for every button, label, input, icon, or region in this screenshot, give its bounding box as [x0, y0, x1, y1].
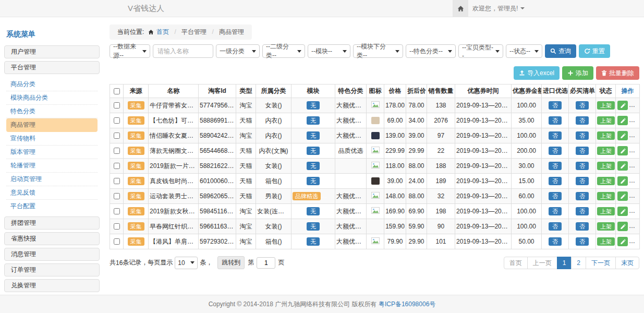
row-checkbox[interactable] — [114, 193, 120, 199]
row-checkbox[interactable] — [114, 223, 120, 230]
row-checkbox[interactable] — [114, 163, 120, 169]
brand-title[interactable]: V省钱达人 — [128, 0, 164, 17]
must-buy-toggle[interactable]: 否 — [576, 237, 589, 246]
module-badge[interactable]: 无 — [307, 177, 320, 185]
imported-toggle[interactable]: 否 — [549, 237, 562, 246]
name-search-input[interactable] — [153, 44, 213, 58]
row-checkbox[interactable] — [114, 117, 120, 124]
imported-toggle[interactable]: 否 — [549, 192, 562, 200]
module-badge[interactable]: 无 — [307, 207, 320, 215]
edit-button[interactable] — [617, 146, 628, 155]
must-buy-toggle[interactable]: 否 — [576, 222, 589, 231]
row-checkbox[interactable] — [114, 148, 120, 154]
edit-button[interactable] — [617, 222, 628, 231]
edit-button[interactable] — [617, 116, 628, 125]
imported-toggle[interactable]: 否 — [549, 177, 562, 185]
edit-button[interactable] — [617, 207, 628, 216]
module-badge[interactable]: 无 — [307, 101, 320, 110]
imported-toggle[interactable]: 否 — [549, 207, 562, 215]
status-toggle[interactable]: 上架 — [597, 131, 615, 140]
must-buy-toggle[interactable]: 否 — [576, 131, 589, 140]
module-badge[interactable]: 无 — [307, 222, 320, 231]
batch-delete-button[interactable]: 批量删除 — [596, 66, 639, 80]
must-buy-toggle[interactable]: 否 — [576, 207, 589, 215]
sidebar-group-order[interactable]: 订单管理 — [4, 263, 100, 276]
row-checkbox[interactable] — [114, 133, 120, 139]
breadcrumb-home-link[interactable]: 首页 — [156, 28, 169, 35]
pager-first[interactable]: 首页 — [504, 257, 528, 269]
sidebar-item-platform-config[interactable]: 平台配置 — [6, 200, 98, 213]
search-button[interactable]: 查询 — [545, 44, 576, 58]
sidebar-group-message[interactable]: 消息管理 — [4, 248, 100, 261]
sidebar-item-module-goods-category[interactable]: 模块商品分类 — [6, 91, 98, 105]
edit-button[interactable] — [617, 131, 628, 140]
sidebar-group-user[interactable]: 用户管理 — [4, 45, 100, 58]
status-toggle[interactable]: 上架 — [597, 237, 615, 246]
imported-toggle[interactable]: 否 — [549, 147, 562, 155]
sidebar-item-feedback[interactable]: 意见反馈 — [6, 186, 98, 200]
sidebar-group-savings-express[interactable]: 省惠快报 — [4, 232, 100, 245]
sidebar-item-splash-manage[interactable]: 启动页管理 — [6, 173, 98, 186]
pager-page-1[interactable]: 1 — [557, 257, 572, 269]
pager-next[interactable]: 下一页 — [586, 257, 616, 269]
must-buy-toggle[interactable]: 否 — [576, 192, 589, 200]
reset-button[interactable]: 重置 — [579, 44, 610, 58]
edit-button[interactable] — [617, 191, 628, 201]
must-buy-toggle[interactable]: 否 — [576, 101, 589, 110]
module-sub-category-select[interactable]: --模块下分类-- — [353, 44, 403, 58]
row-checkbox[interactable] — [114, 208, 120, 214]
sidebar-group-group-buy[interactable]: 拼团管理 — [4, 216, 100, 230]
status-select[interactable]: --状态-- — [506, 44, 542, 58]
module-badge[interactable]: 无 — [307, 237, 320, 246]
import-excel-button[interactable]: 导入excel — [514, 66, 560, 80]
must-buy-toggle[interactable]: 否 — [576, 162, 589, 170]
status-toggle[interactable]: 上架 — [597, 162, 615, 170]
level1-category-select[interactable]: 一级分类 — [216, 44, 260, 58]
status-toggle[interactable]: 上架 — [597, 192, 615, 200]
status-toggle[interactable]: 上架 — [597, 116, 615, 125]
sidebar-item-goods-manage[interactable]: 商品管理 — [6, 118, 98, 132]
must-buy-toggle[interactable]: 否 — [576, 177, 589, 185]
status-toggle[interactable]: 上架 — [597, 177, 615, 185]
imported-toggle[interactable]: 否 — [549, 131, 562, 140]
status-toggle[interactable]: 上架 — [597, 222, 615, 231]
status-toggle[interactable]: 上架 — [597, 207, 615, 215]
must-buy-toggle[interactable]: 否 — [576, 116, 589, 125]
data-source-select[interactable]: --数据来源-- — [110, 44, 150, 58]
pager-last[interactable]: 末页 — [615, 257, 639, 269]
row-checkbox[interactable] — [114, 238, 120, 245]
module-badge[interactable]: 无 — [307, 147, 320, 155]
page-number-input[interactable] — [257, 257, 275, 269]
select-all-checkbox[interactable] — [114, 88, 120, 94]
imported-toggle[interactable]: 否 — [549, 101, 562, 110]
sidebar-item-goods-category[interactable]: 商品分类 — [6, 78, 98, 91]
home-nav-button[interactable] — [453, 0, 468, 17]
user-menu[interactable]: 欢迎您，管理员! — [472, 0, 525, 17]
row-checkbox[interactable] — [114, 178, 120, 184]
module-select[interactable]: --模块-- — [308, 44, 350, 58]
module-badge[interactable]: 无 — [307, 116, 320, 125]
icp-link[interactable]: 粤ICP备16098006号 — [379, 300, 435, 308]
add-button[interactable]: 添加 — [562, 66, 593, 80]
jump-button[interactable]: 跳转到 — [217, 256, 245, 269]
sidebar-item-promo-material[interactable]: 宣传物料 — [6, 132, 98, 146]
sidebar-item-feature-category[interactable]: 特色分类 — [6, 105, 98, 118]
feature-category-select[interactable]: --特色分类-- — [406, 44, 456, 58]
status-toggle[interactable]: 上架 — [597, 101, 615, 110]
must-buy-toggle[interactable]: 否 — [576, 147, 589, 155]
sidebar-item-carousel-manage[interactable]: 轮播管理 — [6, 159, 98, 173]
pager-prev[interactable]: 上一页 — [527, 257, 557, 269]
sidebar-group-exchange[interactable]: 兑换管理 — [4, 279, 100, 292]
item-type-select[interactable]: --宝贝类型-- — [458, 44, 503, 58]
edit-button[interactable] — [617, 237, 628, 246]
edit-button[interactable] — [617, 101, 628, 110]
module-badge[interactable]: 无 — [307, 162, 320, 170]
imported-toggle[interactable]: 否 — [549, 222, 562, 231]
status-toggle[interactable]: 上架 — [597, 147, 615, 155]
sidebar-item-version-manage[interactable]: 版本管理 — [6, 146, 98, 159]
edit-button[interactable] — [617, 176, 628, 186]
sidebar-group-platform[interactable]: 平台管理 — [4, 61, 100, 74]
per-page-select[interactable]: 10 — [175, 257, 198, 269]
row-checkbox[interactable] — [114, 102, 120, 109]
imported-toggle[interactable]: 否 — [549, 116, 562, 125]
